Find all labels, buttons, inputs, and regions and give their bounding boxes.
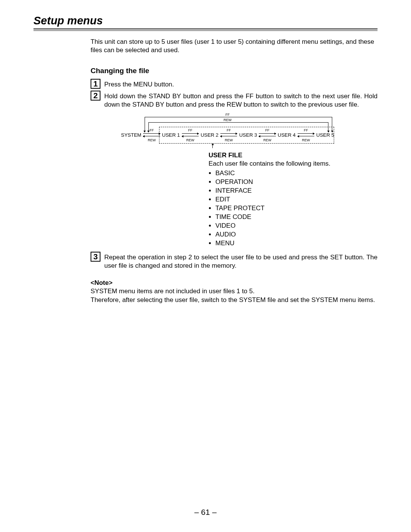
- note-heading: <Note>: [91, 279, 378, 288]
- subheading-changing-file: Changing the file: [91, 67, 378, 75]
- step-text: Repeat the operation in step 2 to select…: [104, 253, 378, 270]
- diagram-node-system: SYSTEM: [121, 132, 141, 138]
- ff-label: FF: [142, 128, 161, 132]
- steps-list-cont: 3 Repeat the operation in step 2 to sele…: [91, 253, 378, 270]
- arrow-right-icon: [220, 133, 237, 134]
- diagram-link: FF REW: [142, 132, 161, 137]
- rew-label: REW: [297, 138, 315, 142]
- step-number: 1: [91, 79, 100, 89]
- list-item: BASIC: [215, 169, 378, 178]
- list-item: EDIT: [215, 195, 378, 204]
- user-file-heading: USER FILE: [209, 151, 378, 160]
- diagram-node-row: SYSTEM FF REW USER 1 FF REW USER 2 FF: [121, 132, 334, 138]
- diagram-top-rew-label: REW: [121, 118, 334, 122]
- arrow-left-icon: [259, 136, 276, 136]
- list-item: OPERATION: [215, 178, 378, 187]
- arrow-left-icon: [220, 136, 237, 136]
- rew-label: REW: [258, 138, 276, 142]
- list-item: INTERFACE: [215, 187, 378, 195]
- step-number: 3: [91, 252, 100, 262]
- note-block: <Note> SYSTEM menu items are not include…: [91, 279, 378, 305]
- arrow-right-icon: [259, 133, 276, 134]
- diagram-link: FF REW: [258, 132, 276, 137]
- title-rule: [33, 29, 378, 31]
- rew-label: REW: [142, 138, 161, 142]
- diagram-link: FF REW: [297, 132, 315, 137]
- rew-label: REW: [220, 138, 238, 142]
- arrow-right-icon: [298, 133, 314, 134]
- arrow-left-icon: [298, 136, 314, 136]
- note-line: Therefore, after selecting the user file…: [91, 296, 378, 305]
- diagram-callout-arrow: [212, 144, 213, 148]
- list-item: MENU: [215, 239, 378, 248]
- diagram-node-user2: USER 2: [201, 132, 218, 138]
- arrow-right-icon: [143, 133, 160, 134]
- diagram-node-user1: USER 1: [162, 132, 180, 138]
- diagram-node-user3: USER 3: [239, 132, 257, 138]
- user-file-items: BASIC OPERATION INTERFACE EDIT TAPE PROT…: [209, 169, 378, 248]
- arrow-left-icon: [143, 136, 160, 136]
- intro-text: This unit can store up to 5 user files (…: [91, 38, 378, 54]
- ff-label: FF: [220, 128, 238, 132]
- ff-label: FF: [258, 128, 276, 132]
- diagram-inner-loop: [148, 122, 328, 123]
- step-text: Hold down the STAND BY button and press …: [104, 92, 378, 109]
- note-line: SYSTEM menu items are not included in us…: [91, 287, 378, 296]
- diagram-node-user4: USER 4: [278, 132, 296, 138]
- step: 3 Repeat the operation in step 2 to sele…: [91, 253, 378, 270]
- ff-label: FF: [297, 128, 315, 132]
- diagram-top-ff-label: FF: [121, 113, 334, 117]
- user-file-lead: Each user file contains the following it…: [209, 160, 378, 168]
- step-text: Press the MENU button.: [104, 80, 378, 89]
- list-item: VIDEO: [215, 222, 378, 230]
- diagram-node-user5: USER 5: [316, 132, 334, 138]
- step-number: 2: [91, 91, 100, 101]
- diagram-link: FF REW: [220, 132, 238, 137]
- diagram-outer-loop: [145, 117, 332, 117]
- user-file-block: USER FILE Each user file contains the fo…: [209, 151, 378, 248]
- step: 1 Press the MENU button.: [91, 80, 378, 89]
- diagram-link: FF REW: [181, 132, 199, 137]
- user-file-diagram: FF REW SYSTEM FF REW USER 1 FF: [121, 114, 334, 148]
- ff-label: FF: [181, 128, 199, 132]
- steps-list: 1 Press the MENU button. 2 Hold down the…: [91, 80, 378, 109]
- list-item: AUDIO: [215, 230, 378, 239]
- list-item: TIME CODE: [215, 213, 378, 222]
- page-number: – 61 –: [0, 508, 411, 517]
- list-item: TAPE PROTECT: [215, 204, 378, 213]
- arrow-right-icon: [182, 133, 199, 134]
- arrow-left-icon: [182, 136, 199, 136]
- step: 2 Hold down the STAND BY button and pres…: [91, 92, 378, 109]
- rew-label: REW: [181, 138, 199, 142]
- page-title: Setup menus: [33, 14, 378, 27]
